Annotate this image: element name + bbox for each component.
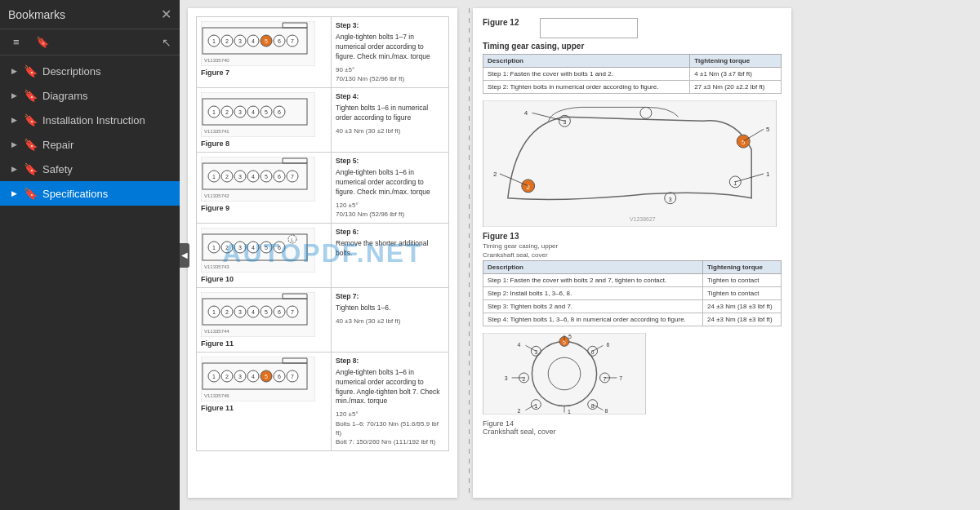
chevron-right-icon: ▶ xyxy=(11,165,17,173)
svg-text:3: 3 xyxy=(238,109,242,115)
svg-text:5: 5 xyxy=(265,374,268,379)
cell-torque: 24 ±3 Nm (18 ±3 lbf ft) xyxy=(703,300,782,313)
sidebar-item-label: Safety xyxy=(42,163,73,175)
svg-text:6: 6 xyxy=(278,309,281,315)
col-description: Description xyxy=(483,55,690,68)
close-icon[interactable]: ✕ xyxy=(161,7,172,22)
figure-10-label: Figure 10 xyxy=(201,275,327,283)
svg-text:7: 7 xyxy=(619,375,622,381)
sidebar-collapse-button[interactable]: ◀ xyxy=(180,243,189,268)
svg-text:V11335746: V11335746 xyxy=(204,393,229,398)
svg-text:6: 6 xyxy=(278,109,281,115)
figure-11-diagram: 1 2 3 4 5 6 7 V11335744 xyxy=(197,288,332,352)
step-8-text: Angle-tighten bolts 1–6 in numerical ord… xyxy=(336,368,444,407)
step-8-label: Step 8: xyxy=(336,357,444,366)
fig13-header: Figure 13 xyxy=(483,232,782,241)
svg-text:5: 5 xyxy=(766,126,770,133)
svg-text:3: 3 xyxy=(505,375,508,381)
left-document-page: AUTOPDF.NET 1 2 3 xyxy=(188,8,457,498)
fig13-table: Description Tightening torque Step 1: Fa… xyxy=(483,260,782,326)
step-7-label: Step 7: xyxy=(336,292,444,302)
fig12-table: Description Tightening torque Step 1: Fa… xyxy=(483,54,782,94)
col-torque: Tightening torque xyxy=(690,55,782,68)
figure-7-instruction: Step 3: Angle-tighten bolts 1–7 in numer… xyxy=(332,17,448,87)
sidebar-nav: ▶ 🔖 Descriptions ▶ 🔖 Diagrams ▶ 🔖 Instal… xyxy=(0,55,180,510)
table-row: Step 2: Install bolts 1, 3–6, 8. Tighten… xyxy=(483,287,782,300)
svg-text:7: 7 xyxy=(291,309,294,315)
svg-text:V11335742: V11335742 xyxy=(204,193,229,198)
cell-torque: 4 ±1 Nm (3 ±7 lbf ft) xyxy=(690,68,782,81)
bookmark-button[interactable]: 🔖 xyxy=(31,34,54,50)
svg-text:3: 3 xyxy=(238,38,242,44)
step-3-torque: 90 ±5°70/130 Nm (52/96 lbf ft) xyxy=(336,65,444,83)
sidebar-item-specifications[interactable]: ▶ 🔖 Specifications xyxy=(0,181,180,206)
svg-text:4: 4 xyxy=(252,374,255,379)
table-row: Step 2: Tighten bolts in numerical order… xyxy=(483,81,782,94)
svg-text:5: 5 xyxy=(265,245,268,251)
sidebar-item-label: Repair xyxy=(42,139,74,151)
chevron-right-icon: ▶ xyxy=(11,67,17,75)
svg-text:5: 5 xyxy=(568,334,572,339)
bookmark-icon: 🔖 xyxy=(24,187,38,200)
bookmark-icon: 🔖 xyxy=(24,113,38,126)
sidebar-title: Bookmarks xyxy=(8,8,65,21)
svg-text:2: 2 xyxy=(225,174,229,180)
svg-text:V11335741: V11335741 xyxy=(204,129,229,134)
fig13-subtitle: Crankshaft seal, cover xyxy=(483,251,782,259)
sidebar-item-descriptions[interactable]: ▶ 🔖 Descriptions xyxy=(0,59,180,83)
expand-all-button[interactable]: ≡ xyxy=(8,34,24,50)
sidebar-item-repair[interactable]: ▶ 🔖 Repair xyxy=(0,132,180,157)
svg-text:6: 6 xyxy=(278,38,281,44)
svg-text:V11335744: V11335744 xyxy=(204,329,229,334)
fig12-title: Timing gear casing, upper xyxy=(483,42,782,51)
chevron-right-icon: ▶ xyxy=(11,91,17,100)
svg-text:4: 4 xyxy=(518,342,521,348)
svg-text:7: 7 xyxy=(291,38,294,44)
fig13-diagram: 5 6 7 8 1 2 3 5 6 7 4 xyxy=(483,333,646,415)
svg-text:1: 1 xyxy=(212,309,216,315)
sidebar-item-label: Specifications xyxy=(42,188,108,200)
figure-8-instruction: Step 4: Tighten bolts 1–6 in numerical o… xyxy=(332,88,448,152)
bolt-diagram-8: 1 2 3 4 5 6 V11335741 xyxy=(201,92,315,137)
svg-text:1: 1 xyxy=(766,171,770,178)
bookmark-icon: 🔖 xyxy=(24,138,38,151)
svg-text:2: 2 xyxy=(225,245,229,251)
cell-desc: Step 1: Fasten the cover with bolts 1 an… xyxy=(483,68,690,81)
step-5-label: Step 5: xyxy=(336,157,444,166)
svg-text:7: 7 xyxy=(291,374,294,379)
svg-text:1: 1 xyxy=(212,38,216,44)
sidebar-item-diagrams[interactable]: ▶ 🔖 Diagrams xyxy=(0,83,180,108)
svg-text:5: 5 xyxy=(265,309,268,315)
main-content: AUTOPDF.NET 1 2 3 xyxy=(180,0,980,510)
svg-text:6: 6 xyxy=(278,374,281,379)
page-divider xyxy=(469,8,470,498)
figure-8-diagram: 1 2 3 4 5 6 V11335741 Figure 8 xyxy=(197,88,332,152)
step-4-label: Step 4: xyxy=(336,92,444,102)
bolt-diagram-9: 1 2 3 4 5 6 7 V11335742 xyxy=(201,157,315,202)
svg-text:2: 2 xyxy=(518,408,521,414)
col-torque: Tightening torque xyxy=(703,261,782,274)
sidebar-item-safety[interactable]: ▶ 🔖 Safety xyxy=(0,157,180,181)
figure-11b-label: Figure 11 xyxy=(201,404,327,412)
svg-text:2: 2 xyxy=(225,38,229,44)
fig12-placeholder xyxy=(540,18,638,38)
step-5-text: Angle-tighten bolts 1–6 in numerical ord… xyxy=(336,168,444,197)
svg-text:7: 7 xyxy=(291,174,294,180)
svg-text:1: 1 xyxy=(534,403,537,409)
figure-row-11b: 1 2 3 4 5 6 7 V11335746 xyxy=(196,353,449,451)
cell-desc: Step 2: Tighten bolts in numerical order… xyxy=(483,81,690,94)
step-4-torque: 40 ±3 Nm (30 ±2 lbf ft) xyxy=(336,126,444,135)
svg-text:V1238627: V1238627 xyxy=(630,216,656,222)
fig14-title: Crankshaft seal, cover xyxy=(483,428,782,436)
svg-text:5: 5 xyxy=(265,174,268,180)
cell-torque: Tighten to contact xyxy=(703,274,782,287)
cell-desc: Step 3: Tighten bolts 2 and 7. xyxy=(483,300,703,313)
sidebar-item-installation[interactable]: ▶ 🔖 Installation Instruction xyxy=(0,108,180,132)
sidebar-item-label: Installation Instruction xyxy=(42,114,145,126)
fig14-label: Figure 14 xyxy=(483,419,782,428)
svg-text:8: 8 xyxy=(591,403,595,409)
cell-desc: Step 2: Install bolts 1, 3–6, 8. xyxy=(483,287,703,300)
cell-desc: Step 4: Tighten bolts 1, 3–6, 8 in numer… xyxy=(483,313,703,326)
svg-text:3: 3 xyxy=(238,309,242,315)
bolt-diagram-11: 1 2 3 4 5 6 7 V11335744 xyxy=(201,292,315,337)
